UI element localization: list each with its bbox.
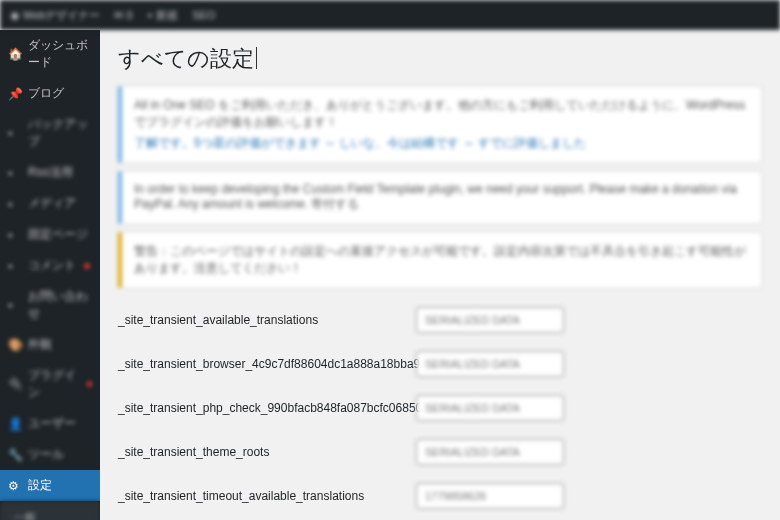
page-title: すべての設定 [118, 44, 762, 74]
menu-icon: ▪ [8, 126, 22, 140]
sidebar-item-generic[interactable]: ▪固定ページ [0, 219, 100, 250]
settings-input[interactable] [416, 483, 564, 509]
dashboard-icon: 🏠 [8, 47, 22, 61]
sidebar-item-appearance[interactable]: 🎨 外観 [0, 329, 100, 360]
sidebar-item-label: バックアップ [28, 116, 92, 150]
sidebar-item-label: メディア [28, 195, 76, 212]
sidebar-item-label: コメント [28, 257, 76, 274]
sidebar-item-label: ブログ [28, 85, 64, 102]
notice-warning: 警告：このページではサイトの設定への直接アクセスが可能です。設定内容次第では不具… [118, 232, 762, 288]
settings-input[interactable] [416, 439, 564, 465]
settings-label: _site_transient_available_translations [118, 313, 416, 327]
menu-icon: ▪ [8, 228, 22, 242]
sidebar-item-label: お問い合わせ [28, 288, 92, 322]
plug-icon: 🔌 [8, 377, 22, 391]
sidebar-item-users[interactable]: 👤 ユーザー [0, 408, 100, 439]
admin-sidebar: 🏠 ダッシュボード 📌 ブログ ▪バックアップ▪Rss活用▪メディア▪固定ページ… [0, 30, 100, 520]
sidebar-submenu: 一般投稿設定表示設定ディスカッションメディアパーマリンクプライバシーAkisme… [0, 501, 100, 520]
sidebar-item-label: 外観 [28, 336, 52, 353]
sidebar-subitem[interactable]: 一般 [8, 506, 100, 520]
sidebar-item-label: 設定 [28, 477, 52, 494]
brush-icon: 🎨 [8, 338, 22, 352]
sidebar-item-label: Rss活用 [28, 164, 73, 181]
settings-label: _site_transient_php_check_990bfacb848fa0… [118, 401, 416, 415]
settings-row: _site_transient_browser_4c9c7df88604dc1a… [118, 342, 762, 386]
menu-icon: ▪ [8, 298, 22, 312]
sidebar-item-label: プラグイン [28, 367, 79, 401]
settings-row: _site_transient_timeout_available_transl… [118, 474, 762, 518]
sidebar-item-generic[interactable]: ▪Rss活用 [0, 157, 100, 188]
pin-icon: 📌 [8, 87, 22, 101]
menu-icon: ▪ [8, 259, 22, 273]
settings-row: _site_transient_theme_roots [118, 430, 762, 474]
sidebar-item-blog[interactable]: 📌 ブログ [0, 78, 100, 109]
sidebar-item-tools[interactable]: 🔧 ツール [0, 439, 100, 470]
user-icon: 👤 [8, 417, 22, 431]
sidebar-item-generic[interactable]: ▪コメント [0, 250, 100, 281]
settings-row: _site_transient_available_translations [118, 298, 762, 342]
gear-icon: ⚙ [8, 479, 22, 493]
notice-cft: In order to keep developing the Custom F… [118, 171, 762, 224]
settings-label: _site_transient_browser_4c9c7df88604dc1a… [118, 357, 416, 371]
sidebar-item-label: ダッシュボード [28, 37, 92, 71]
sidebar-item-generic[interactable]: ▪お問い合わせ [0, 281, 100, 329]
sidebar-item-plugins[interactable]: 🔌 プラグイン [0, 360, 100, 408]
main-content: すべての設定 All in One SEO をご利用いただき、ありがとうございま… [100, 30, 780, 520]
sidebar-item-label: 固定ページ [28, 226, 88, 243]
sidebar-item-label: ツール [28, 446, 64, 463]
menu-icon: ▪ [8, 166, 22, 180]
sidebar-item-settings[interactable]: ⚙ 設定 [0, 470, 100, 501]
settings-input[interactable] [416, 395, 564, 421]
update-badge [87, 381, 92, 387]
sidebar-item-label: ユーザー [28, 415, 76, 432]
wrench-icon: 🔧 [8, 448, 22, 462]
sidebar-item-dashboard[interactable]: 🏠 ダッシュボード [0, 30, 100, 78]
menu-icon: ▪ [8, 197, 22, 211]
notice-seo: All in One SEO をご利用いただき、ありがとうございます。他の方にも… [118, 86, 762, 163]
update-badge [84, 263, 90, 269]
settings-label: _site_transient_timeout_available_transl… [118, 489, 416, 503]
settings-label: _site_transient_theme_roots [118, 445, 416, 459]
settings-input[interactable] [416, 307, 564, 333]
settings-input[interactable] [416, 351, 564, 377]
sidebar-item-generic[interactable]: ▪バックアップ [0, 109, 100, 157]
admin-topbar: ◉ Webデザイナー✉ 0+ 新規SEO [0, 0, 780, 30]
sidebar-item-generic[interactable]: ▪メディア [0, 188, 100, 219]
settings-table: _site_transient_available_translations_s… [118, 298, 762, 520]
settings-row: _site_transient_php_check_990bfacb848fa0… [118, 386, 762, 430]
